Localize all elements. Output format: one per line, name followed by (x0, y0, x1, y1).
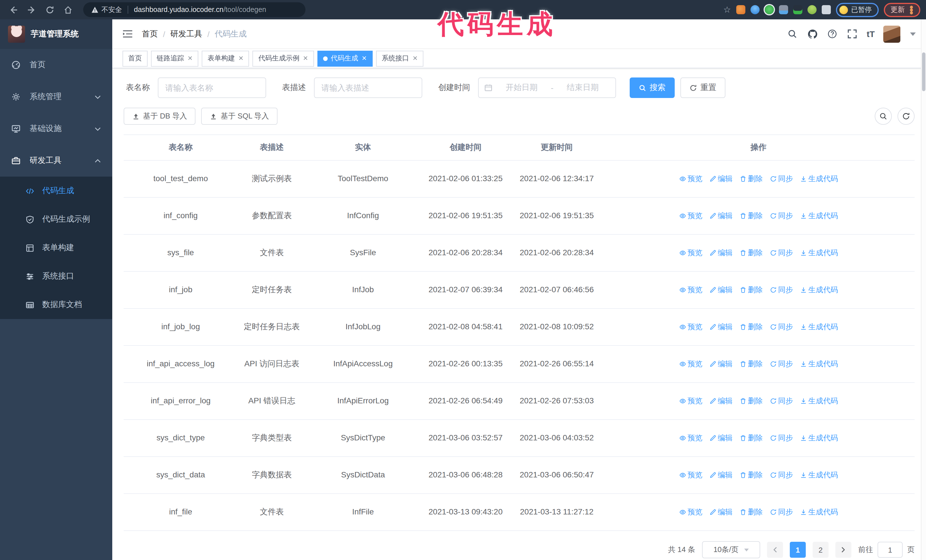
edit-link[interactable]: 编辑 (709, 469, 732, 481)
sidebar-toggle-icon[interactable] (123, 30, 133, 38)
sync-link[interactable]: 同步 (770, 210, 793, 222)
sidebar-item-home[interactable]: 首页 (0, 49, 112, 81)
tag-home[interactable]: 首页 (123, 50, 148, 66)
tag-close-icon[interactable]: ✕ (303, 55, 308, 62)
font-size-icon[interactable]: tT (867, 29, 875, 39)
generate-code-link[interactable]: 生成代码 (800, 506, 838, 518)
table-desc-input[interactable] (314, 77, 422, 98)
extension-icon-orange[interactable] (736, 5, 745, 14)
generate-code-link[interactable]: 生成代码 (800, 284, 838, 296)
generate-code-link[interactable]: 生成代码 (800, 173, 838, 184)
profile-paused-badge[interactable]: 已暂停 (836, 3, 879, 17)
preview-link[interactable]: 预览 (679, 210, 702, 222)
generate-code-link[interactable]: 生成代码 (800, 395, 838, 407)
edit-link[interactable]: 编辑 (709, 432, 732, 444)
edit-link[interactable]: 编辑 (709, 247, 732, 259)
delete-link[interactable]: 删除 (739, 432, 763, 444)
address-bar[interactable]: 不安全 dashboard.yudao.iocoder.cn/tool/code… (83, 2, 306, 17)
tag-close-icon[interactable]: ✕ (238, 55, 243, 62)
goto-page-input[interactable] (878, 542, 903, 558)
sync-link[interactable]: 同步 (770, 321, 793, 333)
delete-link[interactable]: 删除 (739, 284, 763, 296)
breadcrumb-home[interactable]: 首页 (142, 29, 158, 39)
sync-link[interactable]: 同步 (770, 432, 793, 444)
browser-reload-icon[interactable] (42, 2, 57, 17)
preview-link[interactable]: 预览 (679, 284, 702, 296)
header-search-icon[interactable] (787, 28, 798, 39)
edit-link[interactable]: 编辑 (709, 321, 732, 333)
extension-icon-green-figure[interactable] (808, 5, 817, 14)
refresh-table-button[interactable] (897, 108, 915, 125)
preview-link[interactable]: 预览 (679, 506, 702, 518)
extension-icon-blue-gem[interactable] (750, 5, 760, 14)
preview-link[interactable]: 预览 (679, 432, 702, 444)
delete-link[interactable]: 删除 (739, 506, 763, 518)
page-size-select[interactable]: 10条/页 (702, 541, 760, 558)
table-name-input[interactable] (158, 77, 266, 98)
extension-icon-grid-drop[interactable] (779, 5, 788, 14)
scrollbar-thumb[interactable] (922, 53, 925, 91)
tag-form-builder[interactable]: 表单构建✕ (202, 50, 249, 66)
sync-link[interactable]: 同步 (770, 358, 793, 370)
tag-codegen-example[interactable]: 代码生成示例✕ (253, 50, 314, 66)
breadcrumb-devtools[interactable]: 研发工具 (170, 29, 202, 39)
user-menu-caret-icon[interactable] (910, 32, 916, 36)
preview-link[interactable]: 预览 (679, 247, 702, 259)
sidebar-item-system[interactable]: 系统管理 (0, 81, 112, 113)
import-db-button[interactable]: 基于 DB 导入 (124, 108, 196, 125)
tag-close-icon[interactable]: ✕ (362, 55, 367, 62)
preview-link[interactable]: 预览 (679, 321, 702, 333)
browser-home-icon[interactable] (61, 2, 75, 17)
sidebar-item-form-builder[interactable]: 表单构建 (0, 234, 112, 262)
delete-link[interactable]: 删除 (739, 358, 763, 370)
page-scrollbar[interactable] (921, 20, 926, 560)
page-button-1[interactable]: 1 (790, 542, 806, 558)
delete-link[interactable]: 删除 (739, 469, 763, 481)
github-icon[interactable] (807, 28, 818, 39)
toggle-search-button[interactable] (875, 108, 892, 125)
browser-update-button[interactable]: 更新 ●●● (884, 3, 921, 17)
browser-back-icon[interactable] (6, 2, 21, 17)
generate-code-link[interactable]: 生成代码 (800, 321, 838, 333)
edit-link[interactable]: 编辑 (709, 358, 732, 370)
fullscreen-icon[interactable] (847, 28, 858, 39)
extensions-puzzle-icon[interactable] (822, 5, 831, 14)
sidebar-item-system-api[interactable]: 系统接口 (0, 262, 112, 291)
sidebar-item-db-docs[interactable]: 数据库文档 (0, 291, 112, 319)
sidebar-item-codegen-example[interactable]: 代码生成示例 (0, 205, 112, 234)
sync-link[interactable]: 同步 (770, 506, 793, 518)
user-avatar[interactable] (883, 25, 900, 42)
bookmark-star-icon[interactable]: ☆ (723, 5, 731, 15)
edit-link[interactable]: 编辑 (709, 173, 732, 184)
edit-link[interactable]: 编辑 (709, 284, 732, 296)
tag-close-icon[interactable]: ✕ (413, 55, 418, 62)
delete-link[interactable]: 删除 (739, 395, 763, 407)
extension-icon-green-check[interactable] (765, 5, 774, 14)
sync-link[interactable]: 同步 (770, 284, 793, 296)
reset-button[interactable]: 重置 (680, 77, 725, 98)
next-page-button[interactable] (835, 542, 851, 558)
generate-code-link[interactable]: 生成代码 (800, 247, 838, 259)
sync-link[interactable]: 同步 (770, 395, 793, 407)
edit-link[interactable]: 编辑 (709, 506, 732, 518)
tag-system-api[interactable]: 系统接口✕ (376, 50, 424, 66)
extension-icon-dark-on[interactable] (793, 5, 802, 14)
browser-forward-icon[interactable] (24, 2, 39, 17)
help-icon[interactable] (827, 28, 838, 39)
preview-link[interactable]: 预览 (679, 358, 702, 370)
sync-link[interactable]: 同步 (770, 247, 793, 259)
sync-link[interactable]: 同步 (770, 469, 793, 481)
tag-tracing[interactable]: 链路追踪✕ (151, 50, 198, 66)
generate-code-link[interactable]: 生成代码 (800, 469, 838, 481)
delete-link[interactable]: 删除 (739, 321, 763, 333)
search-button[interactable]: 搜索 (630, 77, 675, 98)
delete-link[interactable]: 删除 (739, 247, 763, 259)
delete-link[interactable]: 删除 (739, 210, 763, 222)
browser-menu-dots-icon[interactable]: ●●● (909, 5, 914, 14)
sidebar-item-devtools[interactable]: 研发工具 (0, 145, 112, 177)
import-sql-button[interactable]: 基于 SQL 导入 (201, 108, 278, 125)
generate-code-link[interactable]: 生成代码 (800, 358, 838, 370)
generate-code-link[interactable]: 生成代码 (800, 210, 838, 222)
date-range-input[interactable]: 开始日期 - 结束日期 (478, 77, 616, 98)
prev-page-button[interactable] (767, 542, 783, 558)
